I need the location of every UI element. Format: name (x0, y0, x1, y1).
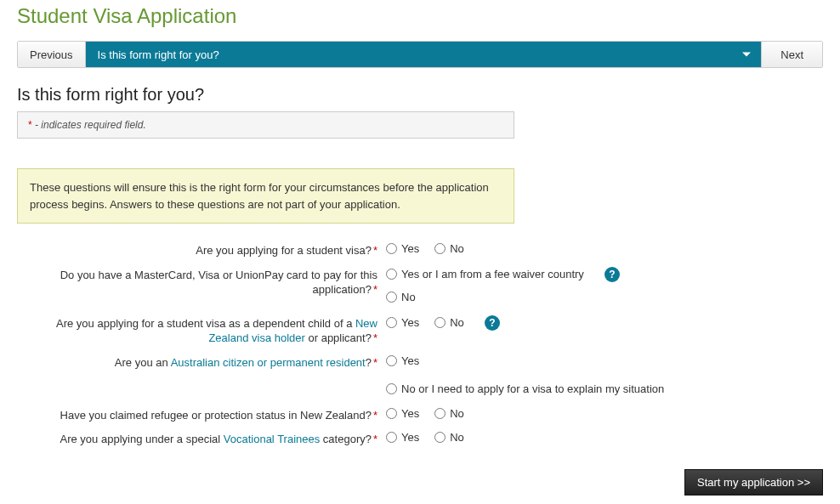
radio-label: No (450, 242, 464, 255)
radio-input[interactable] (386, 292, 397, 303)
radio-label: No (450, 316, 464, 329)
question-row: Have you claimed refugee or protection s… (17, 407, 823, 423)
question-text: Are you applying for a student visa? (196, 244, 372, 257)
question-text: Have you claimed refugee or protection s… (60, 409, 372, 422)
question-text: category? (320, 433, 372, 445)
question-label: Are you an Australian citizen or permane… (17, 354, 383, 395)
required-star-icon: * (373, 244, 377, 257)
radio-label: No or I need to apply for a visa to expl… (401, 382, 664, 395)
question-row: Are you applying under a special Vocatio… (17, 431, 823, 447)
question-options: Yes No ? (383, 315, 500, 346)
radio-input[interactable] (386, 383, 397, 394)
section-heading: Is this form right for you? (17, 85, 823, 105)
radio-yes-fee-waiver[interactable]: Yes or I am from a fee waiver country (386, 268, 584, 280)
question-label: Do you have a MasterCard, Visa or UnionP… (17, 267, 383, 303)
vocational-trainees-link[interactable]: Vocational Trainees (224, 433, 320, 445)
radio-input[interactable] (434, 408, 446, 419)
question-text: or applicant? (305, 331, 372, 344)
question-label: Are you applying for a student visa as a… (17, 315, 383, 346)
radio-input[interactable] (386, 317, 397, 328)
question-row: Are you an Australian citizen or permane… (17, 354, 823, 395)
question-row: Do you have a MasterCard, Visa or UnionP… (17, 267, 823, 303)
page-title: Student Visa Application (17, 4, 823, 28)
required-field-note: * - indicates required field. (17, 111, 514, 139)
question-text: Do you have a MasterCard, Visa or UnionP… (60, 269, 377, 297)
radio-no[interactable]: No (386, 291, 416, 303)
question-options: Yes No (383, 242, 464, 258)
radio-input[interactable] (386, 269, 397, 280)
section-dropdown-label: Is this form right for you? (98, 48, 219, 61)
radio-yes[interactable]: Yes (386, 242, 419, 255)
radio-label: Yes (401, 316, 419, 329)
radio-yes[interactable]: Yes (386, 354, 419, 367)
required-star-icon: * (373, 283, 377, 296)
help-icon[interactable]: ? (485, 315, 500, 331)
radio-no[interactable]: No (434, 316, 464, 329)
radio-label: No (450, 431, 464, 444)
question-row: Are you applying for a student visa?* Ye… (17, 242, 823, 258)
question-text: Are you applying for a student visa as a… (56, 317, 355, 330)
radio-yes[interactable]: Yes (386, 407, 419, 420)
required-star-icon: * (373, 409, 377, 422)
radio-label: No (450, 407, 464, 420)
info-box: These questions will ensure this is the … (17, 168, 514, 224)
required-star-icon: * (373, 331, 377, 344)
help-icon[interactable]: ? (604, 267, 620, 282)
radio-input[interactable] (386, 243, 397, 254)
radio-input[interactable] (386, 355, 397, 366)
required-star-icon: * (373, 356, 377, 369)
previous-button[interactable]: Previous (18, 42, 86, 67)
question-text: Are you applying under a special (60, 433, 224, 445)
radio-no[interactable]: No (434, 431, 464, 444)
radio-yes[interactable]: Yes (386, 431, 419, 444)
question-text: Are you an (115, 356, 171, 369)
radio-label: Yes (401, 431, 419, 444)
question-options: Yes No (383, 407, 464, 423)
question-label: Are you applying for a student visa?* (17, 242, 383, 258)
radio-yes[interactable]: Yes (386, 316, 419, 329)
radio-label: Yes or I am from a fee waiver country (401, 268, 584, 280)
question-options: Yes No or I need to apply for a visa to … (383, 354, 664, 395)
radio-input[interactable] (434, 317, 446, 328)
progress-nav: Previous Is this form right for you? Nex… (17, 41, 823, 68)
question-label: Have you claimed refugee or protection s… (17, 407, 383, 423)
chevron-down-icon (742, 53, 751, 57)
radio-label: No (401, 291, 416, 303)
radio-label: Yes (401, 354, 419, 367)
question-options: Yes No (383, 431, 464, 447)
required-note-text: - indicates required field. (32, 119, 146, 131)
required-star-icon: * (373, 433, 377, 445)
radio-input[interactable] (434, 243, 446, 254)
radio-input[interactable] (434, 432, 446, 443)
australian-citizen-link[interactable]: Australian citizen or permanent resident (171, 356, 366, 369)
question-row: Are you applying for a student visa as a… (17, 315, 823, 346)
radio-label: Yes (401, 407, 419, 420)
radio-no[interactable]: No (434, 407, 464, 420)
section-dropdown[interactable]: Is this form right for you? (86, 42, 762, 67)
radio-label: Yes (401, 242, 419, 255)
radio-input[interactable] (386, 432, 397, 443)
question-label: Are you applying under a special Vocatio… (17, 431, 383, 447)
radio-no-explain[interactable]: No or I need to apply for a visa to expl… (386, 382, 664, 395)
radio-no[interactable]: No (434, 242, 464, 255)
next-button[interactable]: Next (761, 42, 822, 67)
question-text: ? (366, 356, 372, 369)
radio-input[interactable] (386, 408, 397, 419)
question-options: Yes or I am from a fee waiver country ? … (383, 267, 620, 303)
